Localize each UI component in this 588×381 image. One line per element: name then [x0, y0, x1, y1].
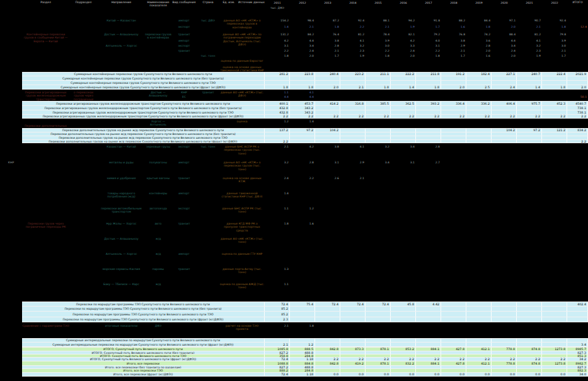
year-cell[interactable] — [340, 312, 366, 317]
year-cell[interactable] — [340, 136, 366, 139]
year-cell[interactable]: 2.2 — [340, 115, 366, 118]
total-cell[interactable]: 8982.7 — [567, 361, 588, 365]
year-cell[interactable]: 223.2 — [340, 73, 366, 76]
total-cell[interactable]: 827.3 — [567, 351, 588, 354]
year-cell[interactable]: 2.2 — [391, 115, 416, 118]
year-cell[interactable] — [492, 366, 517, 368]
year-cell[interactable]: 211.1 — [366, 73, 391, 76]
year-cell[interactable]: 778.8 — [492, 361, 517, 365]
year-header[interactable]: 2011 — [265, 1, 290, 4]
year-cell[interactable] — [416, 355, 441, 357]
year-cell[interactable]: 2.2 — [542, 358, 567, 361]
year-cell[interactable] — [466, 366, 492, 368]
year-cell[interactable] — [517, 366, 542, 368]
year-cell[interactable] — [340, 140, 366, 143]
year-cell[interactable]: 316.8 — [340, 102, 366, 105]
year-cell[interactable]: 97.2 — [290, 129, 315, 132]
year-cell[interactable] — [492, 339, 517, 342]
year-cell[interactable]: 72.4 — [265, 302, 290, 306]
year-cell[interactable] — [391, 312, 416, 317]
row-label[interactable]: Суммарные интермодальные перевозки по ма… — [22, 339, 265, 342]
year-cell[interactable]: 72.4 — [366, 302, 391, 306]
year-cell[interactable]: 85.2 — [265, 307, 290, 311]
total-cell[interactable] — [567, 81, 588, 85]
year-cell[interactable] — [542, 110, 567, 114]
year-cell[interactable]: 2.4 — [492, 85, 517, 89]
total-cell[interactable]: 851.3 — [567, 355, 588, 357]
year-cell[interactable] — [391, 132, 416, 136]
year-cell[interactable]: 137.2 — [265, 129, 290, 132]
year-cell[interactable] — [517, 76, 542, 80]
year-cell[interactable] — [340, 351, 366, 354]
year-cell[interactable] — [416, 106, 441, 110]
year-cell[interactable]: 1.2 — [290, 343, 315, 346]
year-cell[interactable]: 842.8 — [315, 348, 340, 351]
year-cell[interactable]: 85.2 — [265, 312, 290, 317]
year-cell[interactable] — [391, 76, 416, 80]
row-label[interactable]: Суммарные контейнерные перевозки грузов … — [22, 85, 265, 89]
year-cell[interactable] — [492, 307, 517, 311]
year-cell[interactable] — [466, 317, 492, 322]
year-cell[interactable] — [340, 110, 366, 114]
year-cell[interactable]: 362.5 — [391, 102, 416, 105]
year-cell[interactable] — [542, 369, 567, 372]
year-header[interactable]: 2012 — [290, 1, 315, 4]
year-cell[interactable] — [441, 355, 466, 357]
total-cell[interactable] — [567, 132, 588, 136]
year-cell[interactable]: 72.4 — [315, 302, 340, 306]
year-cell[interactable] — [265, 76, 290, 80]
year-cell[interactable] — [391, 369, 416, 372]
year-cell[interactable] — [416, 307, 441, 311]
year-cell[interactable] — [315, 312, 340, 317]
year-cell[interactable] — [265, 136, 290, 139]
year-cell[interactable]: 0.0 — [517, 373, 542, 376]
year-cell[interactable]: 1273.8 — [542, 348, 567, 351]
year-cell[interactable]: 2.2 — [315, 115, 340, 118]
year-cell[interactable] — [441, 129, 466, 132]
year-cell[interactable]: 336.4 — [441, 102, 466, 105]
year-cell[interactable] — [315, 307, 340, 311]
row-label[interactable]: Перевозки агрегированных грузов железнод… — [22, 110, 265, 114]
total-cell[interactable]: 3.4 — [567, 343, 588, 346]
year-cell[interactable] — [391, 307, 416, 311]
year-cell[interactable] — [492, 351, 517, 354]
year-cell[interactable]: 240.7 — [517, 73, 542, 76]
year-cell[interactable] — [416, 312, 441, 317]
year-cell[interactable] — [542, 132, 567, 136]
year-cell[interactable] — [290, 76, 315, 80]
summary-row[interactable]: Суммарные контейнерные перевозки грузов … — [22, 72, 588, 76]
year-cell[interactable]: 104.2 — [315, 129, 340, 132]
summary-row[interactable]: Суммарные контейнерные перевозки грузов … — [22, 85, 588, 90]
total-cell[interactable]: 882.3 — [567, 369, 588, 372]
year-cell[interactable] — [517, 307, 542, 311]
summary-row[interactable]: Суммарные интермодальные перевозки по ма… — [22, 338, 588, 343]
row-label[interactable]: Перевозки агрегированных грузов железнод… — [22, 102, 265, 105]
year-cell[interactable]: 1.4 — [517, 85, 542, 89]
row-label[interactable]: Перевозки по маршрутам программы ТЭП Сух… — [22, 302, 265, 306]
year-cell[interactable]: 488.8 — [290, 366, 315, 368]
year-cell[interactable] — [391, 366, 416, 368]
total-cell[interactable] — [567, 317, 588, 322]
year-cell[interactable] — [542, 307, 567, 311]
year-cell[interactable]: 0.0 — [315, 373, 340, 376]
year-cell[interactable] — [492, 355, 517, 357]
year-cell[interactable] — [517, 302, 542, 306]
year-cell[interactable] — [416, 317, 441, 322]
year-cell[interactable] — [340, 106, 366, 110]
col-header-soobshenie[interactable]: Вид сообщения — [171, 1, 197, 4]
year-cell[interactable] — [517, 136, 542, 139]
year-cell[interactable] — [542, 140, 567, 143]
total-cell[interactable]: 34.0 — [567, 373, 588, 376]
year-cell[interactable] — [315, 136, 340, 139]
year-cell[interactable] — [517, 351, 542, 354]
year-cell[interactable] — [315, 106, 340, 110]
year-cell[interactable] — [466, 343, 492, 346]
year-cell[interactable] — [466, 355, 492, 357]
year-cell[interactable] — [366, 355, 391, 357]
year-cell[interactable]: 827.2 — [265, 351, 290, 354]
year-cell[interactable] — [416, 136, 441, 139]
year-cell[interactable] — [542, 81, 567, 85]
year-header[interactable]: 2016 — [391, 1, 416, 4]
year-cell[interactable] — [340, 81, 366, 85]
year-cell[interactable] — [366, 81, 391, 85]
